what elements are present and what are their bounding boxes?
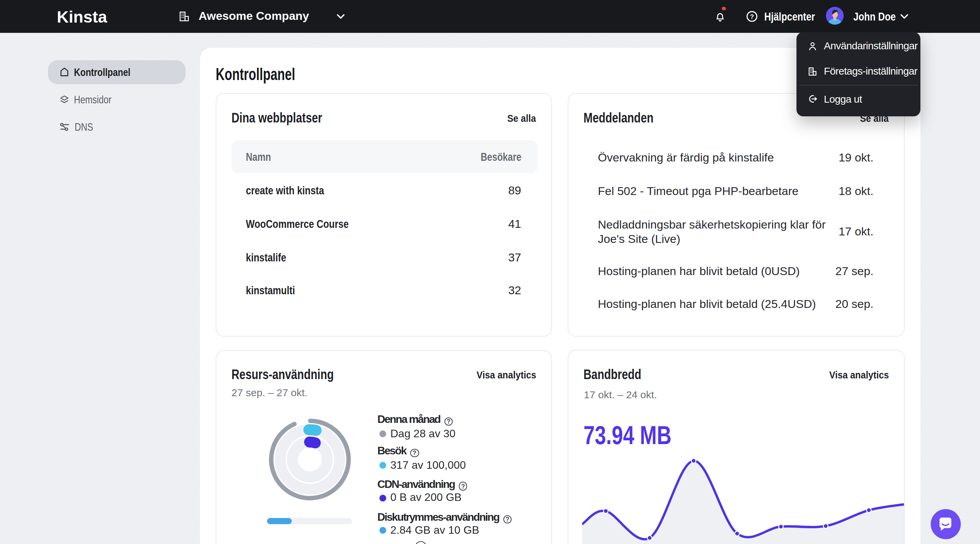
svg-text:?: ? xyxy=(750,13,754,20)
